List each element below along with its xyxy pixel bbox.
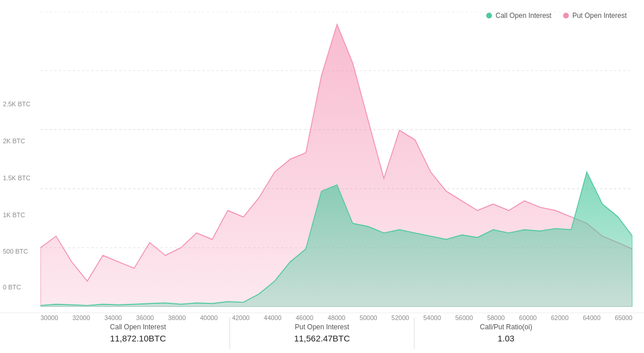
y-label-1k: 1K BTC	[3, 211, 25, 218]
stat-ratio-label: Call/Put Ratio(oi)	[480, 323, 532, 331]
y-label-2-5k: 2.5K BTC	[3, 101, 31, 107]
legend: Call Open Interest Put Open Interest	[486, 12, 627, 20]
chart-container: Call Open Interest Put Open Interest 0 B…	[0, 0, 644, 353]
legend-call: Call Open Interest	[486, 12, 552, 20]
chart-svg	[40, 12, 632, 307]
stat-ratio: Call/Put Ratio(oi) 1.03	[414, 317, 598, 349]
y-label-0: 0 BTC	[3, 284, 21, 291]
stat-put-oi-label: Put Open Interest	[295, 323, 349, 331]
put-legend-label: Put Open Interest	[572, 12, 627, 20]
put-legend-dot	[563, 13, 569, 18]
y-label-2k: 2K BTC	[3, 138, 25, 144]
stat-call-oi: Call Open Interest 11,872.10BTC	[46, 317, 230, 349]
y-label-1-5k: 1.5K BTC	[3, 174, 31, 181]
stat-put-oi-value: 11,562.47BTC	[294, 333, 350, 343]
stat-put-oi: Put Open Interest 11,562.47BTC	[230, 317, 414, 349]
stats-bar: Call Open Interest 11,872.10BTC Put Open…	[0, 313, 644, 353]
call-legend-dot	[486, 13, 492, 18]
stat-ratio-value: 1.03	[498, 333, 515, 343]
legend-put: Put Open Interest	[563, 12, 627, 20]
stat-call-oi-label: Call Open Interest	[110, 323, 166, 331]
y-label-500: 500 BTC	[3, 248, 28, 255]
call-legend-label: Call Open Interest	[495, 12, 552, 20]
stat-call-oi-value: 11,872.10BTC	[110, 333, 166, 343]
